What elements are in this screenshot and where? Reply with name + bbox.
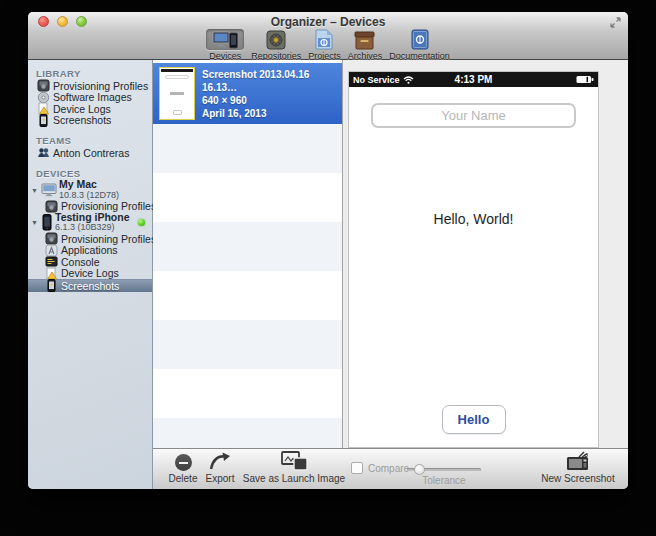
statusbar-time: 4:13 PM — [349, 74, 598, 85]
compare-control[interactable]: Compare — [351, 458, 409, 476]
toolbar-item-devices[interactable]: Devices — [206, 29, 244, 61]
list-empty-row[interactable] — [153, 369, 342, 418]
thumb-textfield — [165, 75, 189, 79]
new-screenshot-button[interactable]: New Screenshot — [533, 449, 623, 484]
delete-icon — [175, 454, 192, 471]
repositories-icon — [260, 29, 292, 50]
device-connected-dot — [138, 219, 145, 226]
window-header: Organizer – Devices Devices — [28, 12, 628, 60]
name-text-field: Your Name — [371, 103, 576, 128]
new-screenshot-label: New Screenshot — [533, 473, 623, 484]
device-version: 10.8.3 (12D78) — [59, 190, 119, 200]
thumb-button — [173, 110, 182, 115]
projects-icon — [309, 29, 339, 50]
toolbar-item-documentation[interactable]: Documentation — [389, 29, 450, 61]
save-launch-image-icon — [281, 451, 308, 471]
list-empty-row[interactable] — [153, 222, 342, 271]
sidebar: LIBRARY Provisioning Profiles Software I… — [28, 60, 153, 489]
toolbar-item-projects[interactable]: Projects — [308, 29, 341, 61]
screenshot-size: 640 × 960 — [202, 94, 342, 107]
sidebar-item-label: Anton Contreras — [53, 147, 129, 159]
sidebar-item-label: Console — [61, 256, 100, 268]
device-version: 6.1.3 (10B329) — [55, 222, 115, 232]
devices-icon — [206, 29, 244, 50]
main-toolbar: Devices Repositories — [28, 29, 628, 60]
new-screenshot-icon — [566, 451, 590, 471]
preview-pane: No Service 4:13 PM Your Name Hello, Worl… — [342, 60, 628, 448]
window-title: Organizer – Devices — [28, 15, 628, 29]
sidebar-item-screenshots[interactable]: Screenshots — [28, 115, 152, 127]
list-empty-row[interactable] — [153, 320, 342, 369]
sidebar-item-label: Device Logs — [61, 267, 119, 279]
sidebar-item-label: Applications — [61, 244, 118, 256]
sidebar-item-label: Provisioning Profiles — [61, 233, 156, 245]
toolbar-item-repositories[interactable]: Repositories — [251, 29, 301, 61]
disclosure-triangle-icon[interactable]: ▼ — [31, 187, 39, 194]
screenshot-list: Screenshot 2013.04.16 16.13… 640 × 960 A… — [153, 60, 342, 448]
export-button[interactable]: Export — [197, 449, 243, 484]
sidebar-item-label: Screenshots — [53, 114, 111, 126]
fullscreen-icon[interactable] — [610, 17, 621, 28]
device-screenshot-image[interactable]: No Service 4:13 PM Your Name Hello, Worl… — [349, 72, 598, 447]
list-empty-row[interactable] — [153, 124, 342, 173]
thumb-statusbar — [161, 69, 193, 72]
sidebar-item-iphone-screenshots[interactable]: Screenshots — [28, 279, 152, 292]
screenshots-icon — [45, 279, 58, 292]
compare-label: Compare — [368, 463, 409, 474]
disclosure-triangle-icon[interactable]: ▼ — [31, 219, 39, 226]
team-people-icon — [37, 146, 50, 159]
device-name: Testing iPhone — [55, 211, 129, 223]
save-as-launch-image-button[interactable]: Save as Launch Image — [238, 449, 350, 484]
screenshot-list-item-selected[interactable]: Screenshot 2013.04.16 16.13… 640 × 960 A… — [153, 63, 342, 124]
sidebar-item-iphone-device-logs[interactable]: Device Logs — [28, 268, 152, 280]
battery-icon — [576, 75, 594, 84]
titlebar[interactable]: Organizer – Devices — [28, 12, 628, 29]
name-field-placeholder: Your Name — [441, 108, 506, 123]
export-icon — [208, 451, 232, 471]
device-logs-icon — [45, 267, 58, 280]
mac-icon — [41, 183, 57, 197]
device-name: My Mac — [59, 178, 97, 190]
list-empty-row[interactable] — [153, 173, 342, 222]
bottom-toolbar: Delete Export Save as Launch Image — [153, 448, 628, 489]
sidebar-item-label: Screenshots — [61, 280, 119, 292]
tolerance-label: Tolerance — [407, 475, 481, 486]
screenshot-title: Screenshot 2013.04.16 16.13… — [202, 68, 342, 94]
thumb-label — [170, 92, 184, 95]
screenshot-thumbnail — [159, 67, 195, 120]
screenshot-meta: Screenshot 2013.04.16 16.13… 640 × 960 A… — [202, 68, 342, 120]
sidebar-section-teams: TEAMS — [28, 135, 152, 147]
screenshot-date: April 16, 2013 — [202, 107, 342, 120]
list-empty-row[interactable] — [153, 418, 342, 448]
toolbar-item-archives[interactable]: Archives — [348, 29, 383, 61]
compare-checkbox[interactable] — [351, 462, 363, 474]
sidebar-section-library: LIBRARY — [28, 68, 152, 80]
tolerance-slider[interactable] — [407, 464, 481, 475]
hello-world-label: Hello, World! — [349, 211, 598, 227]
tolerance-label-group: Tolerance — [407, 475, 481, 486]
sidebar-item-team-member[interactable]: Anton Contreras — [28, 147, 152, 159]
slider-knob[interactable] — [414, 464, 425, 475]
export-label: Export — [197, 473, 243, 484]
hello-button: Hello — [442, 405, 506, 434]
iphone-statusbar: No Service 4:13 PM — [349, 72, 598, 87]
iphone-icon — [41, 214, 53, 231]
archives-icon — [348, 29, 381, 50]
sidebar-device-testing-iphone[interactable]: ▼ Testing iPhone 6.1.3 (10B329) — [28, 212, 152, 233]
organizer-window: Organizer – Devices Devices — [28, 12, 628, 489]
documentation-icon — [405, 29, 435, 50]
sidebar-item-label: Provisioning Profiles — [53, 80, 148, 92]
device-name-block: My Mac 10.8.3 (12D78) — [59, 180, 119, 200]
screenshots-icon — [37, 114, 50, 127]
device-name-block: Testing iPhone 6.1.3 (10B329) — [55, 213, 129, 233]
list-empty-row[interactable] — [153, 271, 342, 320]
save-launch-label: Save as Launch Image — [238, 473, 350, 484]
sidebar-device-my-mac[interactable]: ▼ My Mac 10.8.3 (12D78) — [28, 180, 152, 201]
sidebar-item-label: Software Images — [53, 91, 132, 103]
sidebar-item-label: Device Logs — [53, 103, 111, 115]
